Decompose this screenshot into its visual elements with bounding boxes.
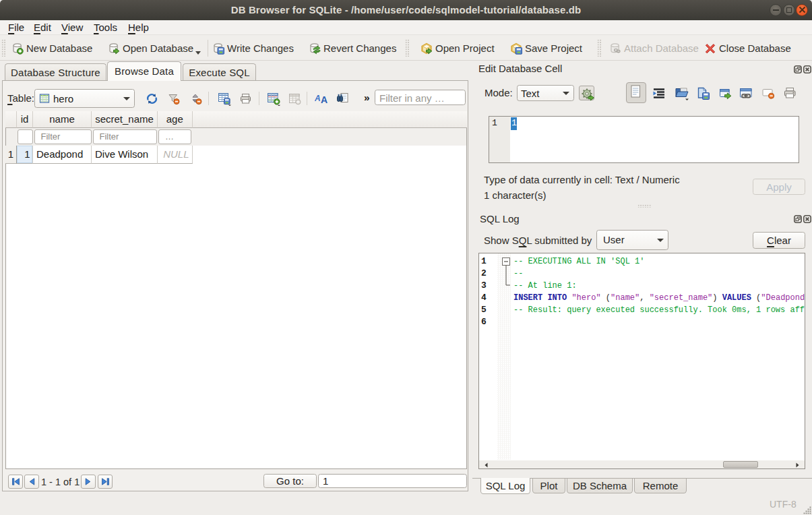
svg-text:A: A <box>321 94 327 105</box>
svg-text:A: A <box>315 94 321 103</box>
